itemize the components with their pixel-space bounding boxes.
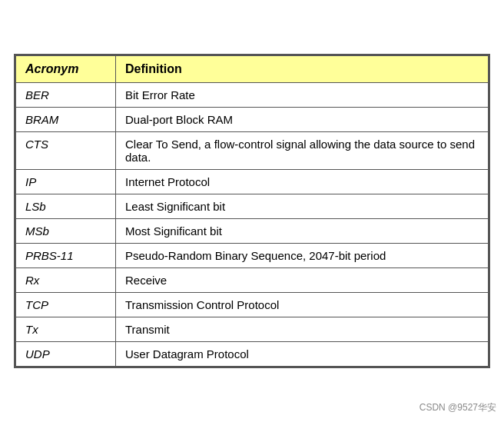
table-header-row: Acronym Definition (16, 56, 489, 83)
cell-acronym: IP (16, 170, 116, 194)
cell-acronym: TCP (16, 293, 116, 317)
cell-definition: Least Significant bit (116, 194, 489, 219)
table-row: LSbLeast Significant bit (16, 194, 489, 219)
cell-acronym: UDP (16, 342, 116, 367)
table-row: TCPTransmission Control Protocol (16, 293, 489, 317)
watermark-text: CSDN @9527华安 (419, 401, 496, 414)
acronym-table: Acronym Definition BERBit Error RateBRAM… (15, 55, 489, 367)
cell-acronym: LSb (16, 194, 116, 219)
cell-acronym: PRBS-11 (16, 244, 116, 268)
cell-definition: Most Significant bit (116, 219, 489, 244)
cell-definition: Bit Error Rate (116, 83, 489, 108)
table-row: IPInternet Protocol (16, 170, 489, 194)
table-row: BRAMDual-port Block RAM (16, 108, 489, 132)
cell-definition: Internet Protocol (116, 170, 489, 194)
cell-definition: Pseudo-Random Binary Sequence, 2047-bit … (116, 244, 489, 268)
acronym-table-wrapper: Acronym Definition BERBit Error RateBRAM… (14, 54, 490, 368)
table-row: UDPUser Datagram Protocol (16, 342, 489, 367)
cell-definition: User Datagram Protocol (116, 342, 489, 367)
header-acronym: Acronym (16, 56, 116, 83)
cell-definition: Dual-port Block RAM (116, 108, 489, 132)
cell-acronym: Tx (16, 317, 116, 342)
cell-definition: Transmission Control Protocol (116, 293, 489, 317)
cell-acronym: Rx (16, 268, 116, 293)
table-row: CTSClear To Send, a flow-control signal … (16, 132, 489, 170)
cell-definition: Transmit (116, 317, 489, 342)
table-row: TxTransmit (16, 317, 489, 342)
table-row: BERBit Error Rate (16, 83, 489, 108)
cell-acronym: MSb (16, 219, 116, 244)
cell-acronym: CTS (16, 132, 116, 170)
cell-acronym: BRAM (16, 108, 116, 132)
table-row: MSbMost Significant bit (16, 219, 489, 244)
cell-definition: Clear To Send, a flow-control signal all… (116, 132, 489, 170)
cell-definition: Receive (116, 268, 489, 293)
cell-acronym: BER (16, 83, 116, 108)
table-row: PRBS-11Pseudo-Random Binary Sequence, 20… (16, 244, 489, 268)
header-definition: Definition (116, 56, 489, 83)
table-row: RxReceive (16, 268, 489, 293)
